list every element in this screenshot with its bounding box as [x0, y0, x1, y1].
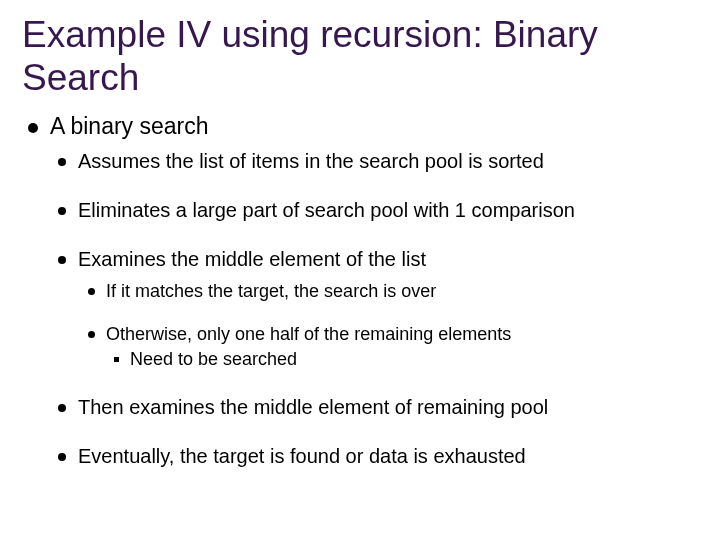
bullet-list-lv4: Need to be searched — [106, 349, 698, 370]
slide: Example IV using recursion: Binary Searc… — [0, 0, 720, 540]
list-item: Otherwise, only one half of the remainin… — [78, 324, 698, 370]
list-item: Examines the middle element of the list … — [50, 248, 698, 370]
list-item: Assumes the list of items in the search … — [50, 150, 698, 173]
list-item: Need to be searched — [106, 349, 698, 370]
list-item: Then examines the middle element of rema… — [50, 396, 698, 419]
bullet-list-lv3: If it matches the target, the search is … — [78, 281, 698, 370]
bullet-text: Need to be searched — [130, 349, 297, 369]
bullet-list-lv2: Assumes the list of items in the search … — [50, 150, 698, 468]
list-item: A binary search Assumes the list of item… — [22, 113, 698, 468]
bullet-text: Otherwise, only one half of the remainin… — [106, 324, 511, 344]
bullet-text: Then examines the middle element of rema… — [78, 396, 548, 418]
list-item: Eventually, the target is found or data … — [50, 445, 698, 468]
bullet-text: Assumes the list of items in the search … — [78, 150, 544, 172]
bullet-text: Eventually, the target is found or data … — [78, 445, 526, 467]
bullet-text: Examines the middle element of the list — [78, 248, 426, 270]
slide-title: Example IV using recursion: Binary Searc… — [22, 14, 698, 99]
bullet-text: If it matches the target, the search is … — [106, 281, 436, 301]
list-item: If it matches the target, the search is … — [78, 281, 698, 302]
list-item: Eliminates a large part of search pool w… — [50, 199, 698, 222]
bullet-text: A binary search — [50, 113, 209, 139]
bullet-text: Eliminates a large part of search pool w… — [78, 199, 575, 221]
bullet-list-lv1: A binary search Assumes the list of item… — [22, 113, 698, 468]
